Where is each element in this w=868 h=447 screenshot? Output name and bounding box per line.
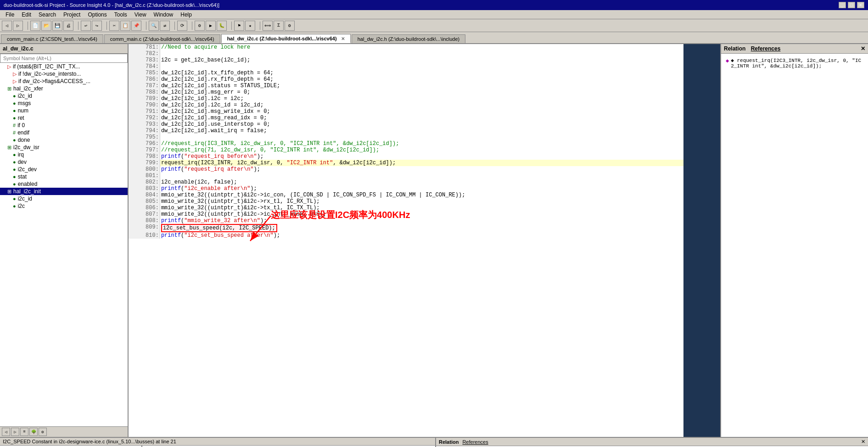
run-button[interactable]: ▶: [206, 21, 216, 31]
menu-project[interactable]: Project: [60, 11, 84, 19]
lp-fwd[interactable]: ▷: [11, 428, 19, 436]
sync-button[interactable]: ⟳: [177, 21, 187, 31]
sym-i2c[interactable]: ● i2c: [0, 202, 128, 210]
menu-bar: File Edit Search Project Options Tools V…: [0, 10, 868, 19]
code-row-798: 798: printf("request_irq before\n");: [129, 153, 683, 160]
sym-ret[interactable]: ● ret: [0, 114, 128, 122]
sym-i2c-dw-isr[interactable]: ⊞ i2c_dw_isr: [0, 144, 128, 151]
code-row-805: 805: mmio_write_32((uintptr_t)&i2c->rx_t…: [129, 198, 683, 205]
line-num-783: 783:: [129, 57, 160, 63]
lp-back[interactable]: ◁: [2, 428, 10, 436]
back-button[interactable]: ◁: [2, 21, 12, 31]
bottom-status-text: I2C_SPEED Constant in i2c-designware-ice…: [3, 439, 176, 444]
references-tab[interactable]: References: [751, 45, 781, 52]
sym-if-flags[interactable]: ▷ if dw_i2c->flags&ACCESS_...: [0, 78, 128, 85]
options-button[interactable]: ⚙: [285, 21, 295, 31]
references-tab2[interactable]: References: [462, 439, 488, 445]
lp-tree[interactable]: 🌳: [29, 428, 38, 436]
tab-bar: comm_main.c (Z:\CSDN_test\...\riscv64) c…: [0, 32, 868, 44]
menu-file[interactable]: File: [2, 11, 18, 19]
sym-done[interactable]: ● done: [0, 136, 128, 144]
minimize-button[interactable]: _: [839, 2, 846, 8]
sym-if0[interactable]: # if 0: [0, 122, 128, 129]
sym-num[interactable]: ● num: [0, 107, 128, 114]
tab-hal-dw-i2c-c[interactable]: hal_dw_i2c.c (Z:\duo-buildroot-sdk\...\r…: [221, 34, 351, 43]
code-row-781: 781: //Need to acquire lock here: [129, 44, 683, 50]
sym-i2c-dev[interactable]: ● i2c_dev: [0, 166, 128, 173]
code-row-809: 809: i2c_set_bus_speed(i2c, I2C_SPEED);: [129, 224, 683, 232]
cut-button[interactable]: ✂: [109, 21, 119, 31]
build-button[interactable]: ⚙: [195, 21, 205, 31]
line-num-809: 809:: [129, 224, 160, 232]
code-container[interactable]: 781: //Need to acquire lock here 782: 78…: [129, 44, 683, 437]
ref-text: ◆ request_irq(I2C3_INTR, i2c_dw_isr, 0, …: [731, 57, 863, 69]
menu-search[interactable]: Search: [35, 11, 60, 19]
endif-icon: #: [13, 130, 16, 135]
code-row-797: 797: //request_irq(71, i2c_dw_isr, 0, "I…: [129, 147, 683, 153]
sym-i2c-id[interactable]: ● i2c_id: [0, 92, 128, 100]
bottom-right: Relation References ✕ ◆ request_irq(I2C3…: [436, 438, 868, 447]
br-close[interactable]: ✕: [861, 439, 865, 445]
sym-dev[interactable]: ● dev: [0, 158, 128, 166]
sym-endif[interactable]: # endif: [0, 129, 128, 136]
code-line-788: dw_i2c[i2c_id].msg_err = 0;: [160, 89, 683, 95]
code-line-805: mmio_write_32((uintptr_t)&i2c->rx_tl, IC…: [160, 198, 683, 205]
right-panel: Relation References ✕ ◆ ◆ request_irq(I2…: [721, 44, 868, 437]
symbol-button[interactable]: Σ: [274, 21, 284, 31]
code-line-791: dw_i2c[i2c_id].msg_write_idx = 0;: [160, 108, 683, 115]
sym-label14: dev: [18, 159, 27, 165]
sym-label8: ret: [18, 115, 24, 121]
line-num-789: 789:: [129, 95, 160, 102]
sym-if-not-dw[interactable]: ▷ if !dw_i2c->use_intersto...: [0, 70, 128, 78]
forward-button[interactable]: ▷: [13, 21, 23, 31]
tab-hal-dw-i2c-h[interactable]: hal_dw_i2c.h (Z:\duo-buildroot-sdk\...\i…: [352, 34, 466, 43]
undo-button[interactable]: ↩: [81, 21, 91, 31]
sym-hal-i2c-xfer[interactable]: ⊞ hal_i2c_xfer: [0, 85, 128, 92]
print-button[interactable]: 🖨: [63, 21, 73, 31]
open-button[interactable]: 📂: [41, 21, 51, 31]
bookmark-button[interactable]: ⚑: [234, 21, 244, 31]
code-line-793: dw_i2c[i2c_id].use_interstop = 0;: [160, 121, 683, 128]
debug-button[interactable]: 🐛: [217, 21, 227, 31]
lp-opts[interactable]: ⚙: [39, 428, 47, 436]
line-num-808: 808:: [129, 218, 160, 224]
menu-edit[interactable]: Edit: [18, 11, 35, 19]
right-panel-close[interactable]: ✕: [861, 45, 865, 52]
tab-comm-main-duo[interactable]: comm_main.c (Z:\duo-buildroot-sdk\...\ri…: [104, 34, 220, 43]
close-button[interactable]: ✕: [857, 2, 864, 8]
code-line-789: dw_i2c[i2c_id].i2c = i2c;: [160, 95, 683, 102]
search-button[interactable]: 🔍: [149, 21, 159, 31]
new-button[interactable]: 📄: [30, 21, 40, 31]
sym-msgs[interactable]: ● msgs: [0, 100, 128, 107]
copy-button[interactable]: 📋: [120, 21, 130, 31]
right-panel-content: ◆ ◆ request_irq(I2C3_INTR, i2c_dw_isr, 0…: [721, 54, 868, 437]
menu-help[interactable]: Help: [177, 11, 196, 19]
relation-button[interactable]: ⟺: [263, 21, 273, 31]
symbol-search-input[interactable]: [0, 54, 128, 63]
sym-enabled[interactable]: ● enabled: [0, 180, 128, 188]
menu-options[interactable]: Options: [84, 11, 110, 19]
lp-list[interactable]: ≡: [20, 428, 28, 436]
code-row-788: 788: dw_i2c[i2c_id].msg_err = 0;: [129, 89, 683, 95]
redo-button[interactable]: ↪: [92, 21, 102, 31]
sym-if-stat[interactable]: ▷ if (stat&(BIT_I2C_INT_TX...: [0, 63, 128, 70]
paste-button[interactable]: 📌: [131, 21, 141, 31]
mark-button[interactable]: ★: [245, 21, 255, 31]
sym-irq[interactable]: ● irq: [0, 151, 128, 158]
code-line-809: i2c_set_bus_speed(i2c, I2C_SPEED);: [160, 224, 683, 232]
save-button[interactable]: 💾: [52, 21, 62, 31]
sym-hal-i2c-init[interactable]: ⊞ hal_i2c_init: [0, 188, 128, 195]
tab-comm-main-csdn[interactable]: comm_main.c (Z:\CSDN_test\...\riscv64): [1, 34, 103, 43]
maximize-button[interactable]: □: [848, 2, 855, 8]
sym-stat[interactable]: ● stat: [0, 173, 128, 180]
menu-tools[interactable]: Tools: [111, 11, 131, 19]
menu-view[interactable]: View: [131, 11, 150, 19]
var-icon12: ●: [13, 203, 16, 209]
sym-label10: endif: [17, 129, 29, 136]
var-icon5: ●: [13, 137, 16, 143]
menu-window[interactable]: Window: [150, 11, 177, 19]
line-num-800: 800:: [129, 166, 160, 173]
tab-close-icon[interactable]: ✕: [341, 36, 345, 41]
replace-button[interactable]: ⇄: [160, 21, 170, 31]
sym-i2c-id2[interactable]: ● i2c_id: [0, 195, 128, 202]
